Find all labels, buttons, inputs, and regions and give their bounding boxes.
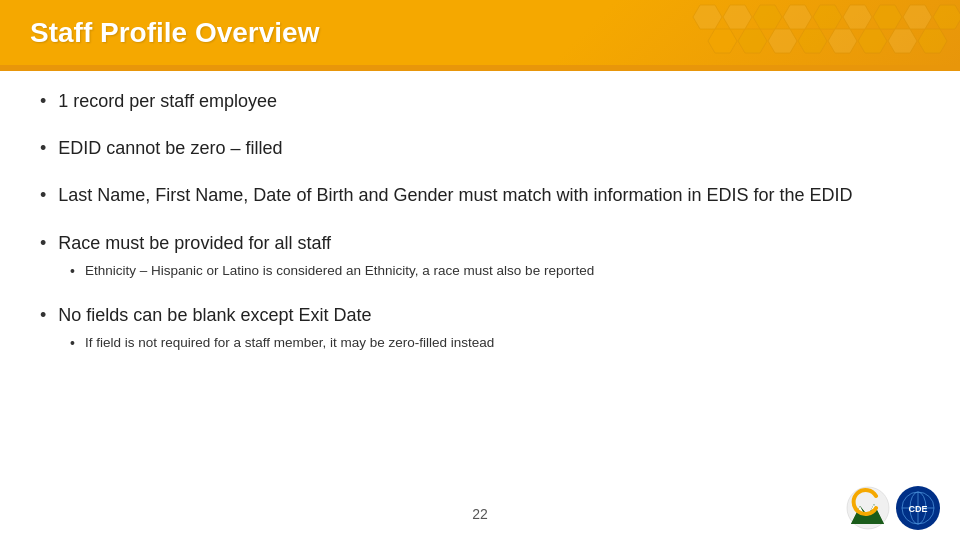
sub-bullet-dot-5-1: • — [70, 335, 75, 351]
sub-bullet-text-4-1: Ethnicity – Hispanic or Latino is consid… — [85, 262, 594, 281]
svg-marker-15 — [888, 29, 917, 53]
page-title: Staff Profile Overview — [30, 17, 319, 49]
bullet-dot-4: • — [40, 233, 46, 254]
svg-marker-12 — [798, 29, 827, 53]
page-number: 22 — [472, 506, 488, 522]
page-header: Staff Profile Overview — [0, 0, 960, 65]
svg-marker-10 — [738, 29, 767, 53]
svg-marker-5 — [843, 5, 872, 29]
sub-bullet-5-1: • If field is not required for a staff m… — [70, 334, 494, 353]
svg-marker-3 — [783, 5, 812, 29]
sub-bullet-text-5-1: If field is not required for a staff mem… — [85, 334, 494, 353]
bullet-item-2: • EDID cannot be zero – filled — [40, 136, 920, 161]
svg-marker-8 — [933, 5, 960, 29]
bullet-item-4: • Race must be provided for all staff • … — [40, 231, 920, 281]
colorado-logo — [846, 486, 890, 530]
bullet-text-1: 1 record per staff employee — [58, 89, 277, 114]
bullet-dot-1: • — [40, 91, 46, 112]
svg-marker-9 — [708, 29, 737, 53]
svg-marker-0 — [693, 5, 722, 29]
honeycomb-decoration — [680, 0, 960, 65]
sub-bullet-4-1: • Ethnicity – Hispanic or Latino is cons… — [70, 262, 594, 281]
svg-marker-6 — [873, 5, 902, 29]
cde-logo: CDE — [896, 486, 940, 530]
svg-marker-13 — [828, 29, 857, 53]
bullet-text-3: Last Name, First Name, Date of Birth and… — [58, 183, 852, 208]
svg-text:CDE: CDE — [908, 504, 927, 514]
main-content: • 1 record per staff employee • EDID can… — [0, 71, 960, 385]
bullet-item-3: • Last Name, First Name, Date of Birth a… — [40, 183, 920, 208]
bullet-text-5: No fields can be blank except Exit Date — [58, 303, 371, 328]
bullet-dot-5: • — [40, 305, 46, 326]
bullet-text-4: Race must be provided for all staff — [58, 231, 331, 256]
svg-marker-7 — [903, 5, 932, 29]
svg-marker-2 — [753, 5, 782, 29]
svg-marker-11 — [768, 29, 797, 53]
svg-marker-4 — [813, 5, 842, 29]
bullet-item-1: • 1 record per staff employee — [40, 89, 920, 114]
logo-area: CDE — [846, 486, 940, 530]
bullet-item-5: • No fields can be blank except Exit Dat… — [40, 303, 920, 353]
svg-marker-14 — [858, 29, 887, 53]
svg-marker-1 — [723, 5, 752, 29]
bullet-dot-3: • — [40, 185, 46, 206]
bullet-text-2: EDID cannot be zero – filled — [58, 136, 282, 161]
svg-marker-16 — [918, 29, 947, 53]
sub-bullet-dot-4-1: • — [70, 263, 75, 279]
bullet-dot-2: • — [40, 138, 46, 159]
